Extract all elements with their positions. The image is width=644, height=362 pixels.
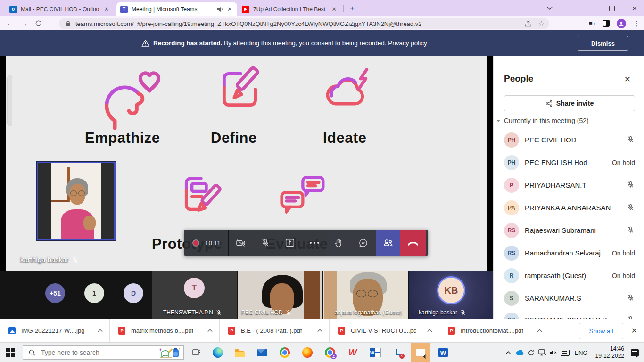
language-indicator[interactable]: ENG — [574, 349, 587, 356]
contrast-extension-icon[interactable] — [603, 20, 610, 27]
tab-teams[interactable]: T Meeting | Microsoft Teams ✕ — [116, 2, 237, 16]
file-explorer-icon[interactable] — [233, 346, 246, 359]
participant-row[interactable]: PH PEC ENGLISH Hod On hold — [494, 151, 644, 174]
profile-badge-icon — [330, 353, 337, 359]
audio-playing-icon[interactable] — [217, 7, 223, 12]
chrome-icon[interactable] — [279, 346, 291, 359]
participant-row[interactable]: RS Ramachandran Selvaraj On hold — [494, 242, 644, 264]
minimize-button[interactable]: — — [580, 0, 599, 16]
close-downloads-icon[interactable]: ✕ — [631, 326, 637, 335]
outlook-icon: o — [9, 6, 17, 13]
close-people-panel-icon[interactable]: ✕ — [624, 74, 631, 84]
participant-row[interactable]: R ramprasath (Guest) On hold — [494, 264, 644, 287]
taskbar-search[interactable] — [23, 345, 184, 360]
download-filename: matrix methods b....pdf — [131, 327, 193, 334]
firefox-icon[interactable] — [301, 346, 314, 359]
participant-tile[interactable]: PEC CIVIL HOD — [238, 271, 322, 319]
participant-row[interactable]: PH PEC CIVIL HOD — [494, 129, 644, 151]
camera-off-button[interactable] — [229, 230, 253, 256]
back-button[interactable]: ← — [7, 19, 14, 28]
participant-name: PRIYADHARSAN.T — [525, 181, 586, 189]
mic-off-icon — [627, 136, 634, 143]
people-button[interactable] — [376, 230, 400, 256]
chat-button[interactable] — [351, 230, 376, 256]
maximize-button[interactable] — [603, 0, 621, 16]
avatar: PA — [504, 200, 519, 215]
reload-button[interactable] — [35, 20, 42, 27]
menu-kebab-icon[interactable]: ⋮ — [633, 19, 640, 28]
participant-row[interactable]: P PRIYADHARSAN.T — [494, 174, 644, 197]
tab-youtube[interactable]: 7Up Ad Collection I The Best of F ✕ — [238, 2, 342, 16]
participant-tile[interactable]: anjana loganathan (Guest) — [323, 271, 408, 319]
participant-tile[interactable]: T THENSWETHA.P.N — [152, 271, 237, 319]
media-queue-extension-icon[interactable]: ≡♪ — [589, 20, 595, 27]
download-item[interactable]: IMG-20221217-W....jpg — [0, 319, 110, 342]
image-file-icon — [8, 327, 16, 334]
sync-icon[interactable] — [525, 349, 537, 356]
network-icon[interactable] — [537, 349, 548, 356]
meeting-section-toggle[interactable]: Currently in this meeting (52) — [496, 117, 589, 124]
download-item[interactable]: P CIVIL-V-STRUCTU....pdf — [330, 319, 439, 342]
download-item[interactable]: P B.E - ( 2008 Patt. ).pdf — [220, 319, 330, 342]
tab-outlook[interactable]: o Mail - PEC CIVIL HOD - Outlook ✕ — [6, 2, 114, 16]
participant-row[interactable]: PA PRIYANKA A ANBARASAN — [494, 197, 644, 219]
share-screen-button[interactable] — [278, 230, 302, 256]
participant-name: PEC ENGLISH Hod — [525, 158, 587, 166]
tray-expand-icon[interactable] — [503, 351, 514, 354]
word-document-icon[interactable]: W — [369, 346, 381, 359]
more-actions-button[interactable] — [302, 230, 327, 256]
address-bar[interactable]: teams.microsoft.com/_#/pre-join-calling/… — [59, 18, 549, 29]
new-tab-button[interactable]: + — [350, 4, 355, 13]
download-item[interactable]: P matrix methods b....pdf — [110, 319, 220, 342]
banner-text: By attending this meeting, you consent t… — [224, 40, 386, 47]
person-glasses — [70, 190, 85, 196]
touch-keyboard-icon[interactable] — [559, 350, 570, 356]
search-input[interactable] — [40, 348, 159, 357]
volume-muted-icon[interactable] — [548, 349, 559, 356]
show-all-button[interactable]: Show all — [579, 323, 623, 339]
word-icon[interactable]: W — [437, 346, 449, 359]
download-chevron-button[interactable] — [207, 329, 213, 332]
share-invite-button[interactable]: Share invite — [504, 95, 635, 111]
hangup-button[interactable] — [400, 230, 426, 256]
onedrive-icon[interactable] — [514, 350, 525, 355]
close-window-button[interactable]: ✕ — [625, 0, 644, 16]
participant-badge[interactable]: D — [124, 283, 143, 303]
close-tab-icon[interactable]: ✕ — [226, 6, 233, 13]
participant-tile[interactable]: KB karthiga baskar — [409, 271, 493, 319]
start-button[interactable] — [6, 348, 15, 357]
edge-icon[interactable] — [212, 346, 224, 359]
dismiss-button[interactable]: Dismiss — [578, 36, 628, 51]
browser-toolbar: ← → teams.microsoft.com/_#/pre-join-call… — [0, 16, 644, 30]
raise-hand-button[interactable] — [327, 230, 351, 256]
snipping-tool-icon[interactable] — [414, 346, 427, 359]
slide-scrollbar-thumb[interactable] — [7, 75, 12, 126]
forward-button[interactable]: → — [21, 19, 28, 28]
on-hold-status: On hold — [612, 249, 635, 257]
participant-row[interactable]: RS Rajaeswari Subramani — [494, 219, 644, 242]
close-tab-icon[interactable]: ✕ — [330, 6, 338, 13]
download-chevron-button[interactable] — [98, 329, 103, 332]
share-page-icon[interactable] — [525, 20, 532, 27]
privacy-policy-link[interactable]: Privacy policy — [388, 40, 427, 47]
participant-row[interactable]: S SARANKUMAR.S — [494, 287, 644, 310]
overflow-badge[interactable]: +51 — [45, 283, 65, 303]
download-chevron-button[interactable] — [537, 329, 542, 332]
clock[interactable]: 14:46 19-12-2022 — [595, 346, 624, 360]
action-center-icon[interactable] — [629, 349, 640, 356]
mail-icon[interactable] — [256, 346, 268, 359]
wps-office-icon[interactable]: W — [347, 346, 359, 359]
chrome-profile-icon[interactable] — [324, 346, 336, 359]
download-chevron-button[interactable] — [427, 329, 432, 332]
profile-avatar[interactable] — [617, 19, 626, 28]
bookmark-star-icon[interactable]: ☆ — [538, 19, 545, 28]
tab-search-chevron[interactable] — [540, 0, 559, 16]
lync-icon[interactable]: L — [392, 346, 404, 359]
task-view-button[interactable] — [190, 346, 203, 359]
self-video-thumbnail[interactable] — [37, 162, 116, 240]
participant-badge[interactable]: 1 — [84, 283, 104, 303]
close-tab-icon[interactable]: ✕ — [103, 6, 110, 13]
download-item[interactable]: P IntroductiontoMat....pdf — [439, 319, 549, 342]
mic-off-button[interactable] — [253, 230, 278, 256]
download-chevron-button[interactable] — [317, 329, 322, 332]
